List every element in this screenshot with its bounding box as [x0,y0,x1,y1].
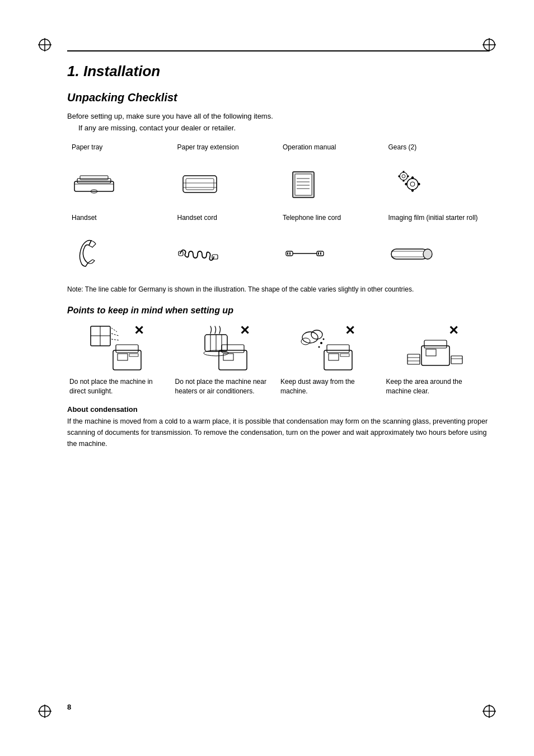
svg-rect-41 [407,175,409,177]
checklist-item-imaging-film: Imaging film (initial starter roll) [384,214,490,279]
svg-line-60 [111,334,119,336]
unpacking-section-title: Unpacking Checklist [67,91,489,104]
corner-mark-bl [34,700,56,722]
checklist-item-telephone-cord: Telephone line cord [278,214,384,279]
checklist-item-handset: Handset [67,214,173,279]
svg-point-38 [402,175,405,178]
checklist-grid-row2: Handset Handset cord [67,214,489,279]
point-item-heater: ✕ Do not place the machine near heaters … [173,323,279,396]
imaging-film-image [388,236,433,270]
handset-cord-label: Handset cord [177,214,274,232]
paper-tray-image [72,166,116,199]
svg-rect-50 [318,252,319,255]
point-item-sunlight: ✕ Do not place the machine in direct sun… [67,323,173,396]
svg-rect-93 [451,356,462,364]
note-text: Note: The line cable for Germany is show… [67,284,489,294]
paper-tray-label: Paper tray [72,143,168,161]
point-item-dust: ✕ Keep dust away from the machine. [278,323,384,396]
svg-rect-15 [80,176,108,180]
svg-rect-40 [402,180,404,181]
checklist-item-paper-tray-ext: Paper tray extension [173,143,279,208]
condensation-text: If the machine is moved from a cold to a… [67,416,489,449]
paper-tray-ext-label: Paper tray extension [177,143,274,161]
point-caption-clear: Keep the area around the machine clear. [386,377,485,396]
svg-rect-74 [223,354,233,360]
checklist-item-gears: Gears (2) [384,143,490,208]
svg-rect-65 [129,354,138,356]
checklist-item-operation-manual: Operation manual [278,143,384,208]
svg-rect-42 [398,175,400,177]
svg-point-53 [423,249,432,259]
top-rule [67,50,489,51]
handset-label: Handset [72,214,168,232]
corner-mark-br [478,700,500,722]
condensation-section: About condensation If the machine is mov… [67,405,489,449]
point-caption-sunlight: Do not place the machine in direct sunli… [69,377,168,396]
svg-point-85 [318,346,320,348]
svg-text:✕: ✕ [134,323,144,337]
svg-line-59 [111,328,117,332]
points-grid: ✕ Do not place the machine in direct sun… [67,323,489,396]
checklist-item-paper-tray: Paper tray [67,143,173,208]
point-caption-heater: Do not place the machine near heaters or… [175,377,274,396]
svg-rect-90 [407,354,420,364]
svg-point-28 [410,182,415,186]
telephone-cord-image [283,236,327,270]
point-image-heater: ✕ [175,323,274,374]
svg-point-37 [400,172,407,180]
svg-rect-47 [289,252,291,255]
checklist-item-handset-cord: Handset cord [173,214,279,279]
condensation-title: About condensation [67,405,489,414]
svg-text:✕: ✕ [240,323,250,337]
point-item-clear: ✕ Keep the area around the machine clear… [384,323,490,396]
svg-line-61 [111,339,119,340]
svg-point-27 [407,179,418,190]
svg-rect-13 [77,179,111,183]
svg-point-78 [301,338,310,345]
svg-rect-46 [287,252,288,255]
svg-rect-81 [329,354,339,360]
svg-point-84 [323,339,325,340]
points-section-title: Points to keep in mind when setting up [67,306,489,316]
svg-rect-52 [391,249,428,259]
point-image-clear: ✕ [386,323,485,374]
missing-text: If any are missing, contact your dealer … [78,124,489,132]
page-number: 8 [67,703,71,711]
svg-text:✕: ✕ [448,323,458,337]
telephone-cord-label: Telephone line cord [283,214,380,232]
gears-image [388,166,433,199]
svg-rect-88 [424,340,447,348]
corner-mark-tl [34,34,56,56]
operation-manual-image [283,166,327,199]
svg-rect-63 [116,345,138,353]
svg-rect-80 [327,345,349,353]
page: 1. Installation Unpacking Checklist Befo… [0,0,534,756]
svg-rect-51 [320,252,321,255]
operation-manual-label: Operation manual [283,143,380,161]
svg-text:✕: ✕ [345,323,355,337]
corner-mark-tr [478,34,500,56]
svg-rect-18 [186,179,214,190]
svg-rect-22 [295,174,312,195]
point-caption-dust: Keep dust away from the machine. [280,377,380,396]
point-image-dust: ✕ [280,323,380,374]
imaging-film-label: Imaging film (initial starter roll) [388,214,485,232]
svg-rect-17 [183,176,217,192]
page-title: 1. Installation [67,63,489,80]
handset-cord-image [177,236,222,270]
svg-rect-64 [118,354,128,360]
intro-text: Before setting up, make sure you have al… [67,112,489,120]
point-image-sunlight: ✕ [69,323,168,374]
handset-image [72,236,116,270]
svg-rect-82 [340,354,349,356]
paper-tray-ext-image [177,166,222,199]
svg-rect-39 [402,171,404,172]
checklist-grid-row1: Paper tray Paper tray extension [67,143,489,208]
svg-point-83 [320,342,322,344]
gears-label: Gears (2) [388,143,485,161]
svg-rect-89 [426,349,436,356]
